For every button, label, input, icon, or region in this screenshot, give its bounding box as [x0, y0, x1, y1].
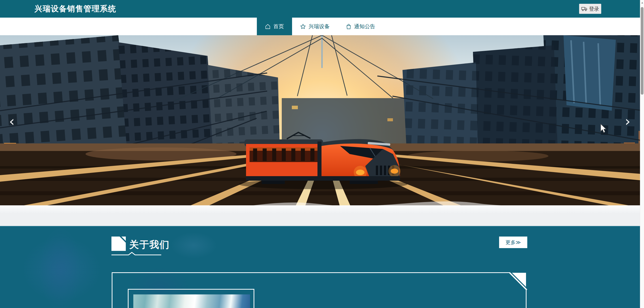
tab-home[interactable]: 首页 [257, 18, 292, 35]
scrollbar-up-icon[interactable]: ▲ [640, 1, 644, 4]
corner-fold-decoration [512, 273, 526, 287]
ink-texture [8, 226, 116, 308]
tab-notices-label: 通知公告 [354, 23, 375, 30]
page-title: 兴瑞设备销售管理系统 [34, 4, 116, 14]
tab-equipment-label: 兴瑞设备 [309, 23, 330, 30]
title-underline [111, 252, 161, 257]
tab-equipment[interactable]: 兴瑞设备 [292, 18, 338, 35]
login-label: 登录 [589, 6, 599, 12]
main-nav: 首页 兴瑞设备 通知公告 [0, 18, 640, 35]
ink-texture [33, 226, 88, 308]
carousel-next-button[interactable]: › [622, 113, 633, 131]
page: 兴瑞设备销售管理系统 登录 首页 [0, 0, 644, 308]
hero-banner-image [0, 35, 644, 205]
top-header: 兴瑞设备销售管理系统 登录 [0, 0, 640, 18]
section-divider [0, 205, 644, 226]
about-image [133, 294, 250, 308]
about-more-button[interactable]: 更多≫ [499, 237, 527, 248]
section-square-icon [111, 237, 126, 252]
carousel-prev-button[interactable]: ‹ [6, 113, 18, 131]
truck-icon [581, 6, 587, 11]
about-section: 关于我们 更多≫ [0, 226, 644, 308]
home-icon [265, 24, 271, 29]
scrollbar-thumb[interactable] [641, 7, 643, 95]
scrollbar-track[interactable]: ▲ [640, 0, 644, 308]
ink-texture [161, 226, 226, 264]
bag-icon [346, 24, 351, 29]
hero-carousel: ‹ › [0, 35, 644, 205]
about-header: 关于我们 [111, 237, 170, 252]
tab-home-label: 首页 [273, 23, 284, 30]
tab-notices[interactable]: 通知公告 [338, 18, 383, 35]
section-title: 关于我们 [129, 238, 170, 252]
star-icon [300, 24, 306, 29]
about-image-card[interactable] [128, 289, 254, 308]
login-button[interactable]: 登录 [579, 4, 601, 14]
